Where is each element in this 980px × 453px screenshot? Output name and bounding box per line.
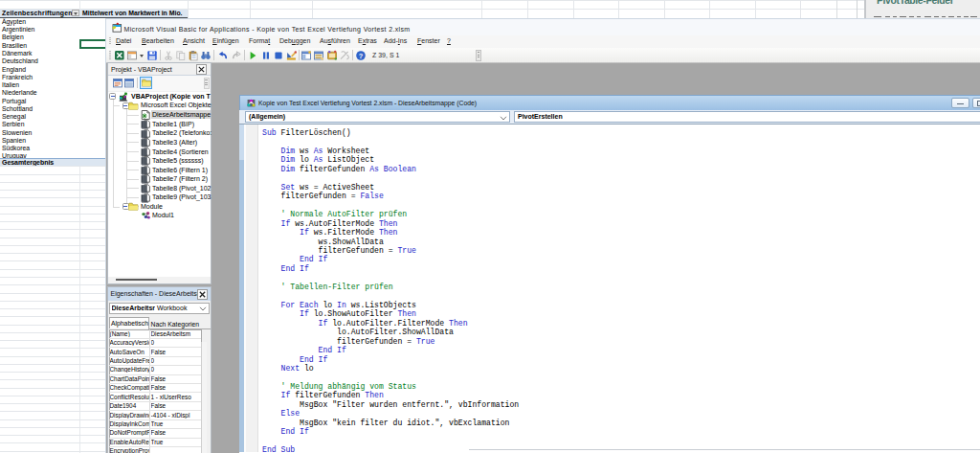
svg-text:?: ? [358,51,363,59]
